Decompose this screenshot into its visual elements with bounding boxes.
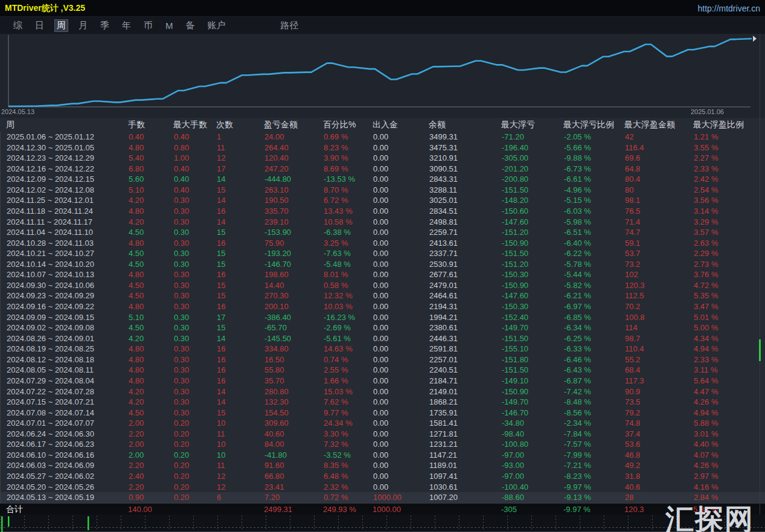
chart-end-date-label: 2025.01.06: [691, 108, 724, 115]
column-header[interactable]: 周: [6, 118, 128, 132]
column-header[interactable]: 最大手数: [173, 118, 216, 132]
value-cell: 0.00: [373, 132, 429, 143]
value-cell: 2240.51: [429, 365, 502, 376]
value-cell: 0.20: [174, 482, 217, 493]
menu-item-月[interactable]: 月: [76, 19, 90, 32]
table-row[interactable]: 2024.08.26 ~ 2024.09.014.200.3014-145.50…: [1, 333, 765, 344]
table-row[interactable]: 2024.10.21 ~ 2024.10.274.500.3015-193.20…: [1, 248, 765, 259]
value-cell: 8.01 %: [324, 269, 373, 280]
table-row[interactable]: 2024.09.09 ~ 2024.09.155.100.3017-386.40…: [1, 312, 765, 323]
table-row[interactable]: 2024.06.24 ~ 2024.06.302.200.201140.603.…: [1, 429, 765, 440]
value-cell: 264.40: [264, 143, 324, 153]
table-row[interactable]: 2024.10.14 ~ 2024.10.204.500.3015-146.70…: [1, 259, 765, 270]
table-row[interactable]: 2024.07.01 ~ 2024.07.072.000.2010309.602…: [1, 418, 765, 429]
menu-item-日[interactable]: 日: [33, 19, 46, 32]
table-row[interactable]: 2024.12.23 ~ 2024.12.295.401.0012120.403…: [1, 153, 765, 164]
table-row[interactable]: 2024.11.11 ~ 2024.11.174.200.3014239.101…: [1, 217, 765, 228]
value-cell: 2.00: [129, 439, 174, 450]
menu-item-M[interactable]: M: [163, 20, 176, 31]
table-body: 2025.01.06 ~ 2025.01.120.400.40124.000.6…: [0, 132, 765, 503]
table-row[interactable]: 2024.06.17 ~ 2024.06.232.000.201084.007.…: [1, 439, 765, 450]
table-row[interactable]: 2024.05.13 ~ 2024.05.190.900.2067.200.72…: [1, 492, 765, 503]
column-header[interactable]: 最大浮亏比例: [563, 118, 624, 132]
table-row[interactable]: 2024.10.07 ~ 2024.10.134.800.3016198.608…: [1, 269, 765, 280]
menu-item-年[interactable]: 年: [120, 19, 133, 32]
week-range: 2024.12.09 ~ 2024.12.15: [7, 174, 129, 185]
value-cell: -9.13 %: [564, 492, 625, 503]
value-cell: 2337.71: [429, 248, 502, 259]
value-cell: 0.30: [174, 217, 217, 228]
menu-item-path[interactable]: 路径: [281, 20, 299, 31]
menu-item-账户[interactable]: 账户: [205, 19, 228, 32]
table-row[interactable]: 2024.09.30 ~ 2024.10.064.500.301514.400.…: [1, 280, 765, 291]
value-cell: -5.78 %: [564, 259, 625, 270]
table-row[interactable]: 2024.12.30 ~ 2025.01.054.800.8011264.408…: [1, 143, 765, 153]
value-cell: 15: [217, 322, 264, 333]
table-row[interactable]: 2024.09.02 ~ 2024.09.084.500.3015-65.70-…: [1, 322, 765, 333]
table-row[interactable]: 2024.07.22 ~ 2024.07.284.200.3014280.801…: [1, 386, 765, 397]
column-header[interactable]: 最大浮亏: [501, 118, 563, 132]
table-row[interactable]: 2024.12.09 ~ 2024.12.155.600.4014-444.80…: [1, 174, 765, 185]
right-rail[interactable]: [760, 34, 760, 514]
table-row[interactable]: 2024.08.05 ~ 2024.08.114.800.301655.802.…: [1, 365, 765, 376]
table-row[interactable]: 2024.11.25 ~ 2024.12.014.200.3014190.506…: [1, 195, 765, 206]
value-cell: 15: [217, 185, 264, 196]
column-header[interactable]: 最大浮盈金额: [624, 118, 693, 132]
value-cell: 0.00: [373, 365, 429, 376]
week-range: 2024.09.16 ~ 2024.09.22: [7, 301, 129, 312]
table-row[interactable]: 2024.05.20 ~ 2024.05.262.200.201223.412.…: [1, 482, 765, 493]
value-cell: 3.01 %: [694, 429, 765, 440]
column-header[interactable]: 余额: [429, 118, 501, 132]
value-cell: -6.61 %: [564, 174, 625, 185]
menu-item-综[interactable]: 综: [11, 19, 25, 32]
table-row[interactable]: 2024.09.23 ~ 2024.09.294.500.3015270.301…: [1, 290, 765, 301]
value-cell: 3.29 %: [694, 217, 765, 228]
value-cell: 15: [217, 290, 264, 301]
value-cell: 0.30: [174, 238, 217, 249]
table-row[interactable]: 2024.12.16 ~ 2024.12.226.800.4017247.208…: [1, 164, 765, 175]
column-header[interactable]: 手数: [128, 118, 173, 132]
column-header[interactable]: 盈亏金额: [264, 118, 323, 132]
value-cell: -34.80: [502, 418, 564, 429]
week-range: 2024.12.30 ~ 2025.01.05: [7, 143, 129, 153]
table-row[interactable]: 2024.08.19 ~ 2024.08.254.800.3016334.801…: [1, 344, 765, 354]
column-header[interactable]: 次数: [216, 118, 264, 132]
value-cell: 42: [625, 132, 694, 143]
value-cell: 4.80: [129, 206, 174, 217]
value-cell: 2.20: [129, 482, 174, 493]
value-cell: 8.70 %: [324, 185, 373, 196]
column-header[interactable]: 百分比%: [323, 118, 373, 132]
table-row[interactable]: 2024.11.04 ~ 2024.11.104.500.3015-153.90…: [1, 227, 765, 238]
table-row[interactable]: 2024.05.27 ~ 2024.06.022.400.201266.806.…: [1, 471, 765, 482]
week-range: 2024.09.23 ~ 2024.09.29: [7, 290, 129, 301]
value-cell: 0.30: [174, 269, 217, 280]
menu-item-备[interactable]: 备: [184, 19, 197, 32]
table-row[interactable]: 2024.06.10 ~ 2024.06.162.000.2010-41.80-…: [1, 450, 765, 461]
menu-item-币[interactable]: 币: [141, 19, 155, 32]
column-header[interactable]: 出入金: [373, 118, 429, 132]
value-cell: -201.20: [502, 164, 564, 175]
table-row[interactable]: 2024.08.12 ~ 2024.08.184.800.301616.500.…: [1, 354, 765, 365]
table-row[interactable]: 2025.01.06 ~ 2025.01.120.400.40124.000.6…: [1, 132, 765, 143]
table-row[interactable]: 2024.12.02 ~ 2024.12.085.100.4015263.108…: [1, 185, 765, 196]
menu-item-周[interactable]: 周: [54, 19, 68, 32]
column-header[interactable]: 最大浮盈比例: [693, 118, 765, 132]
value-cell: -6.46 %: [564, 354, 625, 365]
value-cell: 117.3: [625, 376, 694, 386]
table-row[interactable]: 2024.10.28 ~ 2024.11.034.800.301675.903.…: [1, 238, 765, 249]
app-url-link[interactable]: http://mtdriver.cn: [698, 4, 760, 13]
table-row[interactable]: 2024.07.29 ~ 2024.08.044.800.301635.701.…: [1, 376, 765, 386]
value-cell: 4.26 %: [694, 397, 765, 408]
table-row[interactable]: 2024.11.18 ~ 2024.11.244.800.3016335.701…: [1, 206, 765, 217]
table-row[interactable]: 2024.09.16 ~ 2024.09.224.800.3016200.101…: [1, 301, 765, 312]
table-row[interactable]: 2024.06.03 ~ 2024.06.092.200.201191.608.…: [1, 460, 765, 471]
value-cell: 1735.91: [429, 408, 502, 418]
table-row[interactable]: 2024.07.15 ~ 2024.07.214.200.3014132.307…: [1, 397, 765, 408]
menu-item-季[interactable]: 季: [98, 19, 112, 32]
value-cell: 3.30 %: [324, 429, 373, 440]
value-cell: 0.00: [373, 354, 429, 365]
value-cell: 2.32 %: [324, 482, 373, 493]
table-row[interactable]: 2024.07.08 ~ 2024.07.144.500.3015154.509…: [1, 408, 765, 418]
total-value: -9.97 %: [563, 504, 624, 514]
value-cell: 2834.51: [429, 206, 502, 217]
